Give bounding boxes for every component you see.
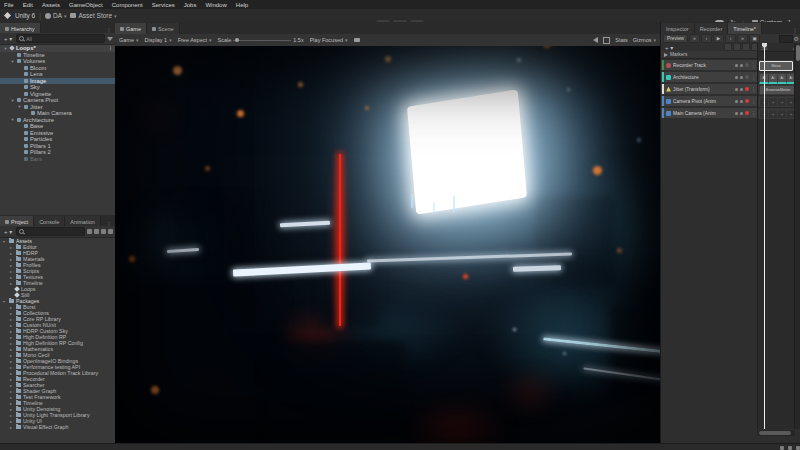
timeline-track-header[interactable]: Recorder Track ⋮ xyxy=(661,60,757,70)
gear-icon[interactable]: ⚙ xyxy=(794,36,799,42)
timeline-track-header[interactable]: Camera Pivot (Anim ⋮ xyxy=(661,96,757,106)
timeline-track-header[interactable]: Architecture ⋮ xyxy=(661,72,757,82)
foldout-arrow-icon[interactable] xyxy=(10,263,14,268)
background-tasks-icon[interactable] xyxy=(788,446,792,450)
tab-scene[interactable]: Scene xyxy=(147,23,180,34)
foldout-arrow-icon[interactable] xyxy=(10,281,14,286)
scale-slider[interactable] xyxy=(233,40,291,41)
tab-game[interactable]: Game xyxy=(115,23,147,34)
record-toggle-icon[interactable] xyxy=(745,75,749,79)
display-dropdown[interactable]: Display 1 ▾ xyxy=(145,37,172,43)
more-icon[interactable]: ⋮ xyxy=(108,45,115,51)
foldout-arrow-icon[interactable] xyxy=(10,329,14,334)
menu-item[interactable]: Edit xyxy=(23,2,33,8)
mute-audio-icon[interactable] xyxy=(593,37,598,43)
markers-row[interactable]: Markers xyxy=(661,51,763,59)
transport-button[interactable]: ▣ xyxy=(749,34,760,43)
menu-item[interactable]: Jobs xyxy=(184,2,197,8)
create-button[interactable]: + ▾ xyxy=(2,35,14,42)
tab-recorder[interactable]: Recorder xyxy=(695,23,729,34)
timeline-track-header[interactable]: Jitter (Transform) ⋮ xyxy=(661,84,757,94)
playhead-line[interactable] xyxy=(764,43,765,429)
foldout-arrow-icon[interactable] xyxy=(10,305,14,310)
notifications-icon[interactable] xyxy=(780,446,784,450)
foldout-arrow-icon[interactable] xyxy=(10,419,14,424)
track-menu-icon[interactable]: ⋮ xyxy=(751,87,756,92)
foldout-arrow-icon[interactable] xyxy=(10,389,14,394)
record-toggle-icon[interactable] xyxy=(745,87,749,91)
foldout-arrow-icon[interactable] xyxy=(10,257,14,262)
screenshot-icon[interactable] xyxy=(354,38,360,42)
stats-button[interactable]: Stats xyxy=(615,37,628,43)
lock-track-icon[interactable] xyxy=(740,100,743,103)
info-icon[interactable] xyxy=(108,229,113,234)
foldout-arrow-icon[interactable] xyxy=(3,299,7,304)
filter-icon[interactable] xyxy=(107,37,113,41)
foldout-arrow-icon[interactable] xyxy=(10,323,14,328)
account-dropdown[interactable]: DA ▾ xyxy=(45,12,67,19)
foldout-arrow-icon[interactable] xyxy=(10,311,14,316)
mute-track-icon[interactable] xyxy=(735,76,738,79)
track-menu-icon[interactable]: ⋮ xyxy=(751,75,756,80)
camera-dropdown[interactable]: Game ▾ xyxy=(119,37,139,43)
game-render-viewport[interactable] xyxy=(115,46,660,443)
gizmos-dropdown[interactable]: Gizmos ▾ xyxy=(633,37,656,43)
lock-track-icon[interactable] xyxy=(740,88,743,91)
mute-track-icon[interactable] xyxy=(735,112,738,115)
menu-item[interactable]: GameObject xyxy=(69,2,103,8)
foldout-arrow-icon[interactable] xyxy=(10,341,14,346)
foldout-arrow-icon[interactable] xyxy=(10,317,14,322)
foldout-arrow-icon[interactable] xyxy=(10,413,14,418)
foldout-arrow-icon[interactable] xyxy=(10,407,14,412)
foldout-arrow-icon[interactable] xyxy=(10,401,14,406)
timeline-track-header[interactable]: Main Camera (Anim ⋮ xyxy=(661,108,757,118)
track-menu-icon[interactable]: ⋮ xyxy=(751,111,756,116)
foldout-arrow-icon[interactable] xyxy=(10,245,14,250)
foldout-arrow-icon[interactable] xyxy=(10,251,14,256)
foldout-arrow-icon[interactable] xyxy=(10,353,14,358)
frame-field[interactable] xyxy=(779,35,793,43)
transport-button[interactable]: ‹ xyxy=(701,34,712,43)
foldout-arrow-icon[interactable]: ▼ xyxy=(10,59,15,64)
foldout-arrow-icon[interactable] xyxy=(10,371,14,376)
menu-item[interactable]: Window xyxy=(205,2,226,8)
scrollbar-thumb[interactable] xyxy=(759,431,791,435)
hierarchy-search-input[interactable]: All xyxy=(16,34,105,43)
foldout-arrow-icon[interactable]: ▼ xyxy=(17,104,22,109)
hidden-packages-icon[interactable] xyxy=(101,229,106,234)
lock-track-icon[interactable] xyxy=(740,76,743,79)
record-toggle-icon[interactable] xyxy=(745,111,749,115)
menu-item[interactable]: Assets xyxy=(42,2,60,8)
menu-item[interactable]: Component xyxy=(112,2,143,8)
transport-button[interactable]: › xyxy=(725,34,736,43)
tab-inspector[interactable]: Inspector xyxy=(661,23,695,34)
foldout-arrow-icon[interactable] xyxy=(10,395,14,400)
menu-item[interactable]: Help xyxy=(236,2,248,8)
panel-menu-icon[interactable]: ⋮ xyxy=(789,27,800,34)
record-toggle-icon[interactable] xyxy=(745,63,749,67)
transport-button[interactable]: ▶ xyxy=(713,34,724,43)
project-search-input[interactable] xyxy=(16,227,85,236)
foldout-arrow-icon[interactable] xyxy=(10,377,14,382)
foldout-arrow-icon[interactable]: ▼ xyxy=(10,98,15,103)
open-asset-icon[interactable] xyxy=(87,229,92,234)
foldout-arrow-icon[interactable] xyxy=(10,359,14,364)
foldout-arrow-icon[interactable] xyxy=(10,275,14,280)
cache-server-icon[interactable] xyxy=(796,446,800,450)
timeline-vertical-scrollbar[interactable] xyxy=(794,43,800,429)
tab-timeline[interactable]: Timeline* xyxy=(728,23,762,34)
mute-track-icon[interactable] xyxy=(735,64,738,67)
asset-store-dropdown[interactable]: Asset Store ▾ xyxy=(70,12,116,19)
ripple-mode-icon[interactable] xyxy=(733,43,741,51)
replace-mode-icon[interactable] xyxy=(742,43,750,51)
foldout-arrow-icon[interactable]: ▼ xyxy=(10,117,15,122)
timeline-horizontal-scrollbar[interactable] xyxy=(757,430,795,436)
foldout-arrow-icon[interactable] xyxy=(10,383,14,388)
aspect-dropdown[interactable]: Free Aspect ▾ xyxy=(178,37,212,43)
lock-track-icon[interactable] xyxy=(740,112,743,115)
track-menu-icon[interactable]: ⋮ xyxy=(751,63,756,68)
menu-item[interactable]: Services xyxy=(152,2,175,8)
foldout-arrow-icon[interactable] xyxy=(10,425,14,430)
mute-track-icon[interactable] xyxy=(735,100,738,103)
mix-mode-icon[interactable] xyxy=(724,43,732,51)
